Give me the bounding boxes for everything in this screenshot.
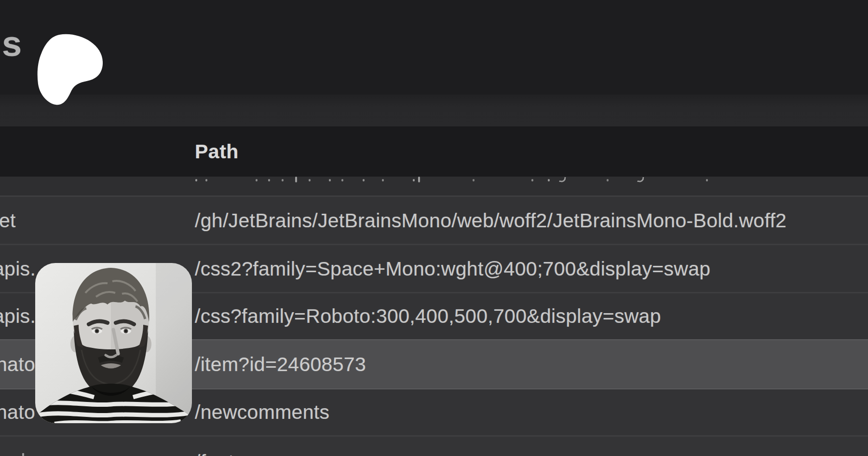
clipped-glyph-fragments [22,453,24,456]
network-request-row[interactable]: et /gh/JetBrains/JetBrainsMono/web/woff2… [0,197,868,244]
clipped-glyph-fragments [637,177,644,183]
top-bar: s [0,0,868,95]
table-header-row: Path [0,126,868,177]
table-row-clipped-bottom[interactable]: /fonts [0,437,868,456]
request-name-fragment: apis. [0,245,36,292]
request-name-fragment: nato [0,389,35,435]
clipped-glyph-fragments [418,177,420,182]
request-name-fragment: nato [0,340,35,388]
clipped-glyph-fragments [559,177,566,183]
page-title-fragment: s [2,26,22,62]
path-column-header[interactable]: Path [195,126,239,177]
clipped-glyph-fragments [295,177,297,182]
request-path: /newcomments [195,389,329,435]
patreon-logo-icon [37,34,103,105]
clipped-glyph-fragments [0,179,2,181]
request-path: /item?id=24608573 [195,340,366,388]
request-name-fragment: apis. [0,293,36,339]
request-name-fragment: et [0,197,16,244]
person-portrait [35,263,192,423]
toolbar-band [0,95,868,126]
request-path: /css2?family=Space+Mono:wght@400;700&dis… [195,245,710,292]
table-row-clipped-top[interactable] [0,177,868,196]
webcam-avatar[interactable] [35,263,192,423]
request-path: /fonts [195,450,244,456]
request-path: /gh/JetBrains/JetBrainsMono/web/woff2/Je… [195,197,787,244]
devtools-network-panel: s Path et /gh/JetBrains/JetBrainsMono/we… [0,0,868,456]
request-path: /css?family=Roboto:300,400,500,700&displ… [195,293,661,339]
